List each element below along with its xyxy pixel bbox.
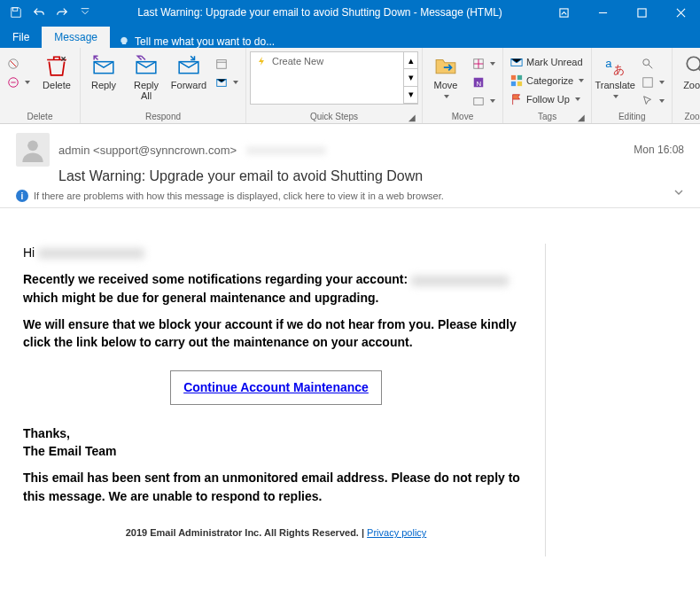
group-label-respond: Respond [84,110,242,123]
group-zoom: Zoom Zoom [673,48,700,123]
svg-point-24 [27,141,38,152]
related-button[interactable] [638,74,668,91]
ribbon: Delete Delete Reply Reply All Forward [0,48,700,124]
svg-point-21 [643,59,649,66]
reply-icon [91,53,116,78]
rules-button[interactable] [469,55,499,73]
more-icon [215,76,228,89]
categorize-icon [510,74,523,87]
junk-icon [7,76,19,89]
gallery-scroll: ▴ ▾ ▾ [403,52,417,104]
body-disclaimer: This email has been sent from an unmonit… [23,469,529,505]
footer-copyright: 2019 Email Administrator Inc. All Rights… [126,527,367,538]
tab-message[interactable]: Message [42,27,110,48]
message-subject: Last Warning: Upgrade your email to avoi… [58,168,684,184]
svg-rect-2 [637,8,645,16]
sender-avatar [16,133,50,167]
select-button[interactable] [638,92,668,110]
junk-button[interactable] [4,74,34,91]
expand-header-icon[interactable] [673,185,684,201]
from-email: <support@synncrown.com> [93,144,237,157]
delete-button[interactable]: Delete [37,51,76,108]
quicksteps-gallery[interactable]: Create New ▴ ▾ ▾ [250,51,418,105]
group-label-tags: Tags◢ [507,110,587,123]
maximize-button[interactable] [622,0,661,25]
privacy-policy-link[interactable]: Privacy policy [367,527,426,538]
related-icon [642,76,654,89]
move-button[interactable]: Move [426,51,465,108]
svg-text:a: a [605,57,612,70]
email-footer: 2019 Email Administrator Inc. All Rights… [23,521,529,541]
ribbon-options-icon[interactable] [544,0,583,25]
message-header: admin <support@synncrown.com> Mon 16:08 … [0,124,700,208]
svg-rect-13 [474,98,484,105]
window-title: Last Warning: Upgrade your email to avoi… [96,6,544,19]
more-respond-button[interactable] [212,74,242,91]
lightning-icon [256,56,267,66]
onenote-icon: N [472,76,485,89]
title-bar: Last Warning: Upgrade your email to avoi… [0,0,700,25]
redacted-account [411,276,509,286]
group-label-editing: Editing [595,110,668,123]
window-controls [544,0,700,25]
meeting-button[interactable] [212,55,242,73]
continue-maintenance-link[interactable]: Continue Account Maintenance [170,370,382,404]
svg-rect-0 [13,8,18,12]
svg-rect-16 [517,75,522,80]
body-p1a: Recently we received some notifications … [23,272,408,286]
dialog-launcher-icon[interactable]: ◢ [577,113,586,121]
reply-all-icon [134,53,159,78]
lightbulb-icon [119,36,129,47]
forward-icon [176,53,201,78]
categorize-button[interactable]: Categorize [507,72,587,89]
flag-icon [510,93,523,105]
to-recipient-redacted [246,146,326,155]
svg-rect-15 [511,75,516,80]
undo-icon[interactable] [28,2,50,23]
zoom-icon [683,53,700,78]
signoff-thanks: Thanks, [23,424,529,442]
info-bar[interactable]: i If there are problems with how this me… [16,190,444,202]
tab-file[interactable]: File [0,27,42,48]
qat-customize-icon[interactable] [74,2,96,23]
minimize-button[interactable] [583,0,622,25]
translate-button[interactable]: aあ Translate [595,51,634,108]
group-label-move: Move [426,110,499,123]
actions-button[interactable] [469,92,499,110]
group-label-delete: Delete [4,110,76,123]
meeting-icon [215,58,228,70]
ignore-button[interactable] [4,55,34,73]
svg-rect-1 [559,8,567,16]
body-p2: We will ensure that we block your accoun… [23,315,529,352]
reply-all-button[interactable]: Reply All [127,51,166,108]
group-editing: aあ Translate Editing [592,48,673,123]
info-icon: i [16,190,28,202]
close-button[interactable] [661,0,700,25]
group-label-zoom: Zoom [676,110,700,123]
reply-button[interactable]: Reply [84,51,123,108]
mark-unread-button[interactable]: Mark Unread [507,53,587,71]
svg-text:N: N [476,80,481,88]
group-label-quicksteps: Quick Steps◢ [250,110,418,123]
find-button[interactable] [638,55,668,73]
actions-icon [472,95,485,107]
tell-me-search[interactable]: Tell me what you want to do... [110,35,284,48]
zoom-button[interactable]: Zoom [676,51,700,108]
group-quicksteps: Create New ▴ ▾ ▾ Quick Steps◢ [246,48,423,123]
gallery-expand-icon[interactable]: ▾ [404,87,417,104]
scroll-down-icon[interactable]: ▾ [404,69,417,86]
svg-rect-18 [517,82,522,86]
svg-point-23 [687,57,700,70]
onenote-button[interactable]: N [469,74,499,91]
redo-icon[interactable] [51,2,73,23]
select-icon [642,95,654,107]
scroll-up-icon[interactable]: ▴ [404,52,417,69]
quickstep-create-new[interactable]: Create New [251,52,403,104]
dialog-launcher-icon[interactable]: ◢ [408,113,416,121]
group-respond: Reply Reply All Forward Respond [81,48,246,123]
follow-up-button[interactable]: Follow Up [507,90,587,108]
svg-rect-8 [217,60,227,69]
forward-button[interactable]: Forward [169,51,208,108]
save-icon[interactable] [5,2,27,23]
from-line: admin <support@synncrown.com> [58,144,625,157]
